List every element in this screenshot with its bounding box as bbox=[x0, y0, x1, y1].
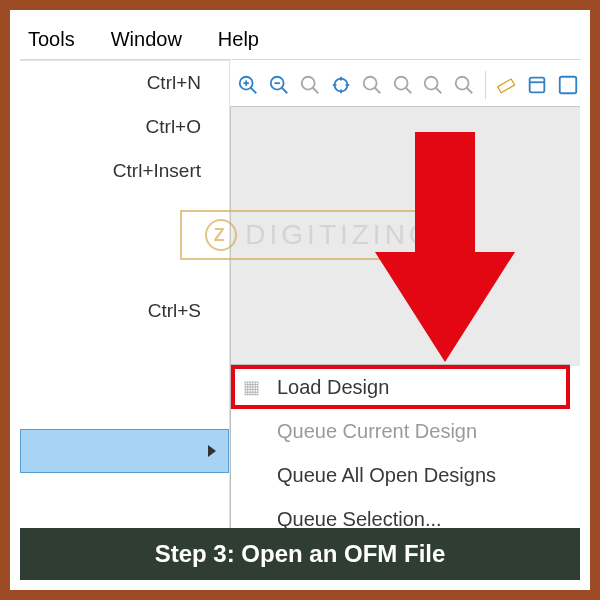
svg-point-7 bbox=[302, 77, 315, 90]
caption-text: Step 3: Open an OFM File bbox=[155, 540, 446, 568]
zoom-in-icon[interactable] bbox=[236, 70, 261, 100]
menu-item-save[interactable]: Ctrl+S bbox=[20, 289, 229, 333]
design-file-icon: ▦ bbox=[243, 376, 260, 398]
app-content: Tools Window Help Ctrl+N Ctrl+O Ctrl+Ins… bbox=[20, 20, 580, 580]
svg-rect-22 bbox=[529, 78, 544, 93]
submenu-queue-all[interactable]: Queue All Open Designs bbox=[231, 453, 570, 497]
submenu-queue-current: Queue Current Design bbox=[231, 409, 570, 453]
svg-line-8 bbox=[313, 88, 319, 94]
zoom-tool-icon[interactable] bbox=[298, 70, 323, 100]
submenu-label: Load Design bbox=[277, 376, 389, 399]
svg-line-5 bbox=[282, 88, 288, 94]
tutorial-frame: Tools Window Help Ctrl+N Ctrl+O Ctrl+Ins… bbox=[0, 0, 600, 600]
svg-line-17 bbox=[405, 88, 411, 94]
svg-line-19 bbox=[436, 88, 442, 94]
svg-rect-24 bbox=[559, 77, 576, 94]
properties-icon[interactable] bbox=[524, 70, 549, 100]
step-caption: Step 3: Open an OFM File bbox=[20, 528, 580, 580]
menu-window[interactable]: Window bbox=[93, 22, 200, 57]
zoom-out-icon[interactable] bbox=[267, 70, 292, 100]
svg-point-9 bbox=[334, 79, 347, 92]
zoom-sel-icon[interactable] bbox=[452, 70, 477, 100]
menu-help[interactable]: Help bbox=[200, 22, 277, 57]
svg-line-15 bbox=[374, 88, 380, 94]
menu-tools[interactable]: Tools bbox=[20, 22, 93, 57]
zoom-next-icon[interactable] bbox=[421, 70, 446, 100]
menubar: Tools Window Help bbox=[20, 20, 580, 60]
ruler-icon[interactable]: ▭ bbox=[493, 70, 518, 100]
toolbar-separator bbox=[485, 71, 486, 99]
panel-icon[interactable] bbox=[555, 70, 580, 100]
svg-line-1 bbox=[251, 88, 257, 94]
svg-point-18 bbox=[425, 77, 438, 90]
menu-item-insert[interactable]: Ctrl+Insert bbox=[20, 149, 229, 193]
menu-item-open[interactable]: Ctrl+O bbox=[20, 105, 229, 149]
zoom-actual-icon[interactable] bbox=[359, 70, 384, 100]
menu-spacer bbox=[20, 333, 229, 429]
toolbar: ▭ bbox=[230, 64, 580, 106]
svg-point-16 bbox=[394, 77, 407, 90]
submenu-label: Queue Current Design bbox=[277, 420, 477, 443]
menu-spacer bbox=[20, 193, 229, 289]
submenu-load-design[interactable]: ▦ Load Design bbox=[231, 365, 570, 409]
load-submenu: ▦ Load Design Queue Current Design Queue… bbox=[230, 364, 570, 541]
svg-point-14 bbox=[363, 77, 376, 90]
zoom-prev-icon[interactable] bbox=[390, 70, 415, 100]
svg-line-21 bbox=[467, 88, 473, 94]
design-canvas[interactable] bbox=[230, 106, 580, 366]
menu-spacer bbox=[20, 473, 229, 517]
menu-item-load-parent[interactable] bbox=[20, 429, 229, 473]
submenu-label: Queue All Open Designs bbox=[277, 464, 496, 487]
svg-point-20 bbox=[456, 77, 469, 90]
menu-item-new[interactable]: Ctrl+N bbox=[20, 61, 229, 105]
file-menu-dropdown: Ctrl+N Ctrl+O Ctrl+Insert Ctrl+S Ctrl+P … bbox=[20, 60, 230, 580]
zoom-fit-icon[interactable] bbox=[328, 70, 353, 100]
